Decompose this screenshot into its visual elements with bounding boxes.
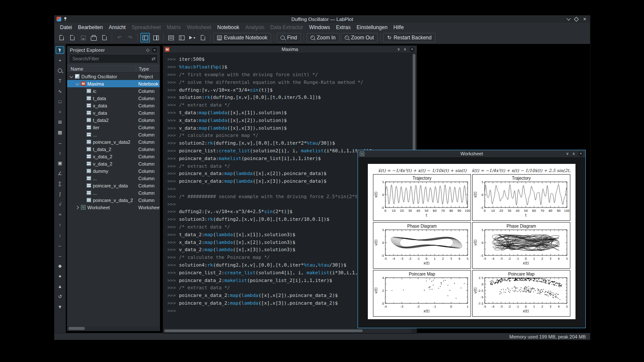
integral-icon[interactable]: ∫ <box>56 190 64 197</box>
diamond-icon[interactable]: ◆ <box>56 262 64 269</box>
toggle-project-explorer-button[interactable] <box>140 33 150 42</box>
notebook-line[interactable]: >>>solution:rk(duffing,[x,v],[0,0],[t,0,… <box>163 94 405 101</box>
tree-row-duffing-oscillator[interactable]: Duffing OscillatorProject <box>67 73 160 80</box>
rotate-icon[interactable]: ↺ <box>56 293 64 300</box>
pin-down-icon[interactable]: ▼ <box>56 303 64 310</box>
redo-button[interactable]: ↷ <box>125 33 135 42</box>
filter-icon[interactable]: ⇄ <box>152 56 155 62</box>
cascade-windows-button[interactable] <box>166 33 176 42</box>
menu-item-analysis[interactable]: Analysis <box>242 24 268 31</box>
zoom-in-button[interactable]: Zoom In <box>307 33 340 42</box>
plot-traj_chaotic[interactable]: Trajectory010203040506070809010050-5tx(t… <box>472 174 570 221</box>
down-arrow-icon[interactable]: ↓ <box>56 231 64 238</box>
shade-icon[interactable]: ∨ <box>566 151 569 156</box>
dot-icon[interactable]: ● <box>56 273 64 279</box>
project-explorer-header[interactable]: Project Explorer ◇ × <box>67 46 160 53</box>
menu-item-bearbeiten[interactable]: Bearbeiten <box>75 24 106 31</box>
run-dropdown-button[interactable]: ▾ <box>188 33 197 42</box>
menu-item-matrix[interactable]: Matrix <box>164 24 184 31</box>
find-button[interactable]: Find <box>277 33 301 42</box>
menu-item-windows[interactable]: Windows <box>306 24 333 31</box>
print-button[interactable] <box>89 33 98 42</box>
cursor-icon[interactable] <box>56 47 64 53</box>
square-icon[interactable]: □ <box>56 98 64 105</box>
tree-row-ic[interactable]: icColumn <box>67 87 160 95</box>
h-arrows-icon[interactable]: ↔ <box>56 139 64 146</box>
notebook-title-bar[interactable]: Maxima ∨ ∧ × <box>163 46 417 53</box>
menu-item-ansicht[interactable]: Ansicht <box>106 24 128 31</box>
grid-icon[interactable]: ⊞ <box>56 119 64 125</box>
sum-icon[interactable]: ∑ <box>56 180 64 187</box>
notebook-line[interactable]: >>>x_data:map(lambda([x],x[2]),solution)… <box>163 116 405 124</box>
close-notebook-icon[interactable]: × <box>410 47 414 52</box>
cells-icon[interactable]: ▦ <box>56 129 64 136</box>
circle-icon[interactable]: ○ <box>56 108 64 115</box>
zoom-out-button[interactable]: Zoom Out <box>341 33 378 42</box>
sqrt-icon[interactable]: √ <box>56 201 64 208</box>
notebook-hscrollbar[interactable] <box>164 329 411 333</box>
crosshair-icon[interactable]: + <box>56 57 64 64</box>
plot-poincare_sparse[interactable]: Poincare Map-4-3-2-101420x(t)v(t) <box>373 270 471 317</box>
tree-row-iter[interactable]: iterColumn <box>67 124 160 131</box>
minimize-icon[interactable] <box>566 16 571 21</box>
plot-phase_regular[interactable]: Phase Diagram-5-4-3-2-101234550-5x(t)v(t… <box>373 222 471 269</box>
expander-icon[interactable] <box>69 74 73 78</box>
column-header-name[interactable]: Name <box>67 66 136 71</box>
notebook-line[interactable]: >>>/* extract data */ <box>163 101 405 109</box>
tree-row-x-data[interactable]: x_dataColumn <box>67 102 160 109</box>
tree-row-dummy[interactable]: dummyColumn <box>67 167 160 175</box>
scrollbar-thumb[interactable] <box>69 327 85 330</box>
plot-phase_chaotic[interactable]: Phase Diagram-5-4-3-2-101234550-5x(t)v(t… <box>472 222 570 269</box>
right-arrow-icon[interactable]: → <box>56 252 64 259</box>
save-button[interactable] <box>78 33 88 42</box>
menu-item-data-extractor[interactable]: Data Extractor <box>267 24 306 31</box>
menu-item-hilfe[interactable]: Hilfe <box>391 24 407 31</box>
tree-row--[interactable]: ...Column <box>67 189 160 196</box>
magnifier-icon[interactable] <box>56 67 64 74</box>
expander-icon[interactable] <box>75 82 79 85</box>
toggle-properties-explorer-button[interactable] <box>151 33 161 42</box>
project-explorer-hscrollbar[interactable] <box>68 326 159 330</box>
tree-column-header[interactable]: Name Type <box>67 65 160 73</box>
close-worksheet-icon[interactable]: × <box>578 151 583 156</box>
title-bar[interactable]: Duffing Oscillator — LabPlot × <box>54 15 590 23</box>
tree-row-x-data-2[interactable]: x_data_2Column <box>67 153 160 160</box>
notebook-line[interactable]: >>>/* solve the differential equation wi… <box>163 78 405 86</box>
menu-item-einstellungen[interactable]: Einstellungen <box>354 24 391 31</box>
tree-row-maxima[interactable]: MaximaNotebook <box>67 80 160 87</box>
notebook-line[interactable]: >>>t_data:map(lambda([x],x[1]),solution)… <box>163 109 405 117</box>
menu-item-worksheet[interactable]: Worksheet <box>184 24 214 31</box>
scrollbar-thumb[interactable] <box>164 329 363 332</box>
close-icon[interactable]: × <box>583 17 586 21</box>
notebook-line[interactable]: >>>%tau:bfloat(%pi)$ <box>163 63 405 71</box>
restore-icon[interactable]: ∧ <box>403 47 406 51</box>
search-input[interactable] <box>72 56 152 62</box>
maximize-icon[interactable] <box>574 17 578 21</box>
new-button[interactable] <box>57 33 66 42</box>
tree-row-poincare-v-data-2[interactable]: poincare_v_data_2Column <box>67 196 160 204</box>
notebook-line[interactable]: >>>/* calculate poincare map */ <box>163 132 405 139</box>
undo-button[interactable]: ↶ <box>115 33 124 42</box>
left-arrow-icon[interactable]: ← <box>56 242 64 249</box>
notebook-line[interactable]: >>>/* first example with the driving for… <box>163 71 405 79</box>
worksheet-view[interactable]: ẍ(t) = −1/4x³(t) + x(t) − 1/10ẋ(t) + sin… <box>358 157 585 328</box>
menu-item-datei[interactable]: Datei <box>57 24 75 31</box>
tile-windows-button[interactable] <box>177 33 186 42</box>
angle-icon[interactable]: ∠ <box>56 170 64 177</box>
close-dock-icon[interactable]: × <box>152 47 157 53</box>
shade-icon[interactable]: ∨ <box>397 47 400 51</box>
tree-row--[interactable]: ...Column <box>67 175 160 182</box>
expander-icon[interactable] <box>75 205 79 209</box>
menu-item-extras[interactable]: Extras <box>333 24 354 31</box>
column-header-type[interactable]: Type <box>136 66 160 71</box>
notebook-line[interactable]: >>>v_data:map(lambda([x],x[3]),solution)… <box>163 124 405 132</box>
plot-traj_regular[interactable]: Trajectory010203040506070809010050-5tx(t… <box>373 174 471 221</box>
notebook-line[interactable]: >>>iter:500$ <box>163 56 405 63</box>
tree-row-worksheet[interactable]: WorksheetWorksheet <box>67 204 160 211</box>
restart-backend-button[interactable]: ↻Restart Backend <box>383 33 435 42</box>
evaluate-notebook-button[interactable]: Evaluate Notebook <box>213 33 271 42</box>
notebook-line[interactable]: >>>duffing:[v,-v/10+x-x^3/4+sin(t)]$ <box>163 86 405 94</box>
worksheet-title-bar[interactable]: Worksheet ∨ ∧ × <box>358 150 585 157</box>
tree-row-t-data-2[interactable]: t_data_2Column <box>67 145 160 153</box>
tree-row-v-data[interactable]: v_dataColumn <box>67 109 160 116</box>
